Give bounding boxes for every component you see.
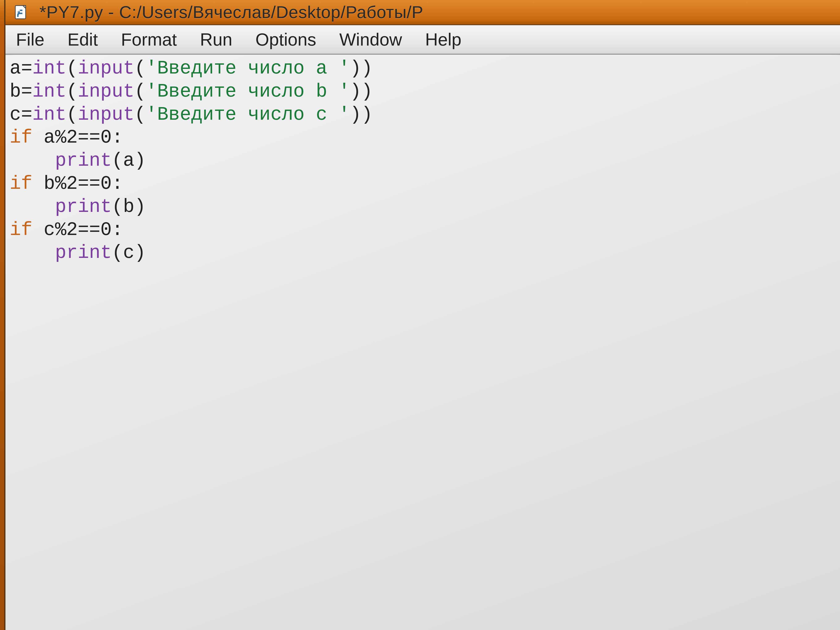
code-token: a%2==0: [32, 127, 123, 148]
code-token: 'Введите число c ' [146, 104, 350, 125]
code-token: (a) [112, 150, 146, 171]
idle-editor-window: *PY7.py - C:/Users/Вячеслав/Desktop/Рабо… [4, 0, 840, 630]
code-token: input [78, 104, 134, 125]
code-line[interactable]: b=int(input('Введите число b ')) [9, 80, 836, 103]
code-token: 'Введите число a ' [146, 58, 350, 79]
code-token: ( [134, 58, 146, 79]
code-line[interactable]: print(a) [9, 149, 836, 172]
code-token: ( [66, 104, 78, 125]
code-token: 'Введите число b ' [146, 81, 350, 102]
code-token: print [55, 196, 112, 218]
code-token: ( [66, 81, 78, 102]
code-editor[interactable]: a=int(input('Введите число a '))b=int(in… [5, 55, 840, 630]
svg-rect-0 [15, 6, 26, 19]
code-token [9, 150, 55, 171]
menu-options[interactable]: Options [251, 28, 321, 51]
menu-edit[interactable]: Edit [63, 28, 102, 51]
code-token: ( [66, 58, 78, 79]
code-token: c%2==0: [32, 219, 123, 241]
code-token: a= [9, 58, 32, 79]
code-token: (c) [112, 242, 146, 264]
code-line[interactable]: a=int(input('Введите число a ')) [9, 57, 836, 80]
menubar: File Edit Format Run Options Window Help [5, 25, 840, 55]
code-token: int [32, 104, 66, 125]
code-token [9, 196, 55, 218]
menu-file[interactable]: File [12, 28, 49, 51]
code-line[interactable]: if c%2==0: [9, 219, 836, 242]
code-token: if [9, 219, 32, 241]
code-token: input [78, 81, 134, 102]
menu-help[interactable]: Help [421, 28, 466, 51]
code-token: b%2==0: [32, 173, 123, 194]
code-line[interactable]: print(b) [9, 196, 836, 219]
code-token: if [9, 173, 32, 194]
window-title: *PY7.py - C:/Users/Вячеслав/Desktop/Рабо… [39, 2, 423, 22]
code-token: (b) [112, 196, 146, 218]
code-token: ( [134, 81, 146, 102]
code-token: int [32, 81, 66, 102]
titlebar[interactable]: *PY7.py - C:/Users/Вячеслав/Desktop/Рабо… [5, 0, 840, 25]
code-token: )) [350, 58, 373, 79]
code-line[interactable]: if a%2==0: [9, 126, 836, 149]
menu-run[interactable]: Run [196, 28, 237, 51]
code-line[interactable]: print(c) [9, 242, 836, 265]
menu-window[interactable]: Window [335, 28, 406, 51]
code-token: int [32, 58, 66, 79]
code-token: c= [9, 104, 32, 125]
code-token: print [55, 150, 112, 171]
code-line[interactable]: if b%2==0: [9, 172, 836, 196]
menu-format[interactable]: Format [117, 28, 181, 51]
code-token: )) [350, 81, 373, 102]
code-token [9, 242, 55, 264]
code-token: ( [134, 104, 146, 125]
svg-point-2 [19, 10, 20, 11]
code-token: input [78, 58, 134, 79]
python-file-icon [14, 5, 29, 20]
code-token: print [55, 242, 112, 264]
code-line[interactable]: c=int(input('Введите число c ')) [9, 103, 836, 126]
code-token: )) [350, 104, 373, 125]
code-token: if [9, 127, 32, 148]
code-token: b= [9, 81, 32, 102]
